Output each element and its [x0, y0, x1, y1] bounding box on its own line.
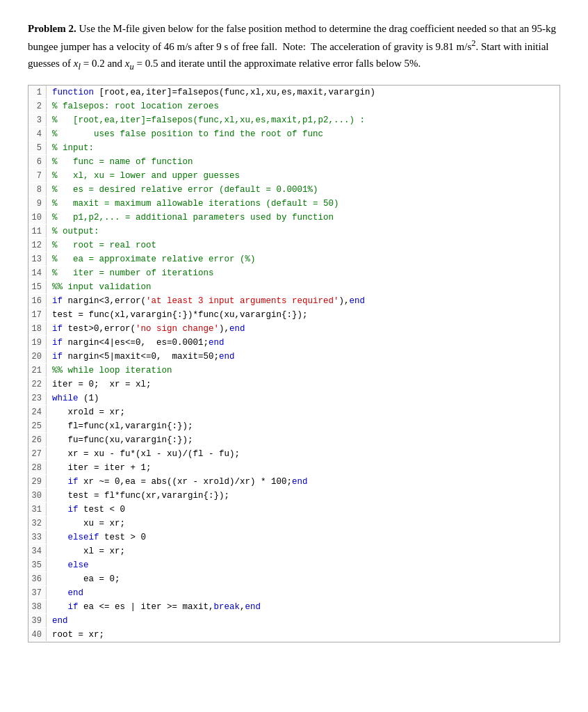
- line-content: %% input validation: [47, 280, 560, 294]
- line-number: 34: [28, 544, 47, 558]
- line-content: fu=func(xu,varargin{:});: [47, 433, 560, 447]
- line-number: 6: [28, 155, 47, 168]
- line-content: end: [47, 614, 560, 628]
- line-number: 10: [28, 211, 47, 224]
- code-line: 19if nargin<4|es<=0, es=0.0001;end: [28, 336, 560, 350]
- line-content: if xr ~= 0,ea = abs((xr - xrold)/xr) * 1…: [47, 475, 560, 489]
- line-content: % ea = approximate relative error (%): [47, 252, 560, 266]
- line-content: % input:: [47, 141, 560, 155]
- code-line: 27 xr = xu - fu*(xl - xu)/(fl - fu);: [28, 447, 560, 461]
- line-content: xu = xr;: [47, 517, 560, 531]
- line-content: else: [47, 558, 560, 572]
- line-content: % func = name of function: [47, 155, 560, 169]
- line-number: 11: [28, 225, 47, 238]
- line-number: 18: [28, 322, 47, 335]
- line-number: 12: [28, 238, 47, 252]
- line-content: % es = desired relative error (default =…: [47, 183, 560, 197]
- line-number: 32: [28, 517, 47, 530]
- code-line: 16if nargin<3,error('at least 3 input ar…: [28, 294, 560, 308]
- code-line: 15%% input validation: [28, 280, 560, 294]
- code-line: 22iter = 0; xr = xl;: [28, 378, 560, 391]
- line-number: 31: [28, 503, 47, 516]
- code-line: 30 test = fl*func(xr,varargin{:});: [28, 489, 560, 503]
- line-number: 19: [28, 336, 47, 349]
- code-line: 40root = xr;: [28, 628, 560, 642]
- code-line: 5% input:: [28, 141, 560, 155]
- code-line: 13% ea = approximate relative error (%): [28, 252, 560, 266]
- code-line: 37 end: [28, 586, 560, 600]
- line-content: % falsepos: root location zeroes: [47, 99, 560, 113]
- code-block: 1function [root,ea,iter]=falsepos(func,x…: [28, 85, 560, 642]
- line-number: 24: [28, 405, 47, 419]
- line-number: 38: [28, 600, 47, 613]
- code-line: 24 xrold = xr;: [28, 405, 560, 419]
- code-line: 38 if ea <= es | iter >= maxit,break,end: [28, 600, 560, 614]
- line-number: 14: [28, 266, 47, 280]
- line-number: 5: [28, 141, 47, 154]
- line-number: 26: [28, 433, 47, 446]
- line-number: 22: [28, 378, 47, 391]
- code-line: 11% output:: [28, 225, 560, 238]
- code-line: 26 fu=func(xu,varargin{:});: [28, 433, 560, 447]
- line-content: ea = 0;: [47, 572, 560, 586]
- line-content: % iter = number of iterations: [47, 266, 560, 280]
- line-number: 1: [28, 86, 47, 99]
- line-number: 35: [28, 558, 47, 572]
- line-content: if nargin<5|maxit<=0, maxit=50;end: [47, 350, 560, 364]
- line-content: xl = xr;: [47, 544, 560, 558]
- line-content: %% while loop iteration: [47, 364, 560, 378]
- line-content: test = func(xl,varargin{:})*func(xu,vara…: [47, 308, 560, 322]
- line-content: function [root,ea,iter]=falsepos(func,xl…: [47, 86, 560, 99]
- line-number: 9: [28, 197, 47, 210]
- line-number: 20: [28, 350, 47, 363]
- code-line: 33 elseif test > 0: [28, 531, 560, 544]
- line-number: 30: [28, 489, 47, 502]
- line-content: if nargin<4|es<=0, es=0.0001;end: [47, 336, 560, 350]
- line-number: 4: [28, 127, 47, 140]
- line-content: end: [47, 586, 560, 600]
- line-number: 40: [28, 628, 47, 641]
- line-number: 13: [28, 252, 47, 266]
- line-content: % p1,p2,... = additional parameters used…: [47, 211, 560, 225]
- code-line: 1function [root,ea,iter]=falsepos(func,x…: [28, 86, 560, 99]
- line-number: 2: [28, 99, 47, 113]
- code-line: 39end: [28, 614, 560, 628]
- line-content: while (1): [47, 391, 560, 405]
- line-number: 33: [28, 531, 47, 544]
- code-line: 3% [root,ea,iter]=falsepos(func,xl,xu,es…: [28, 113, 560, 127]
- line-number: 16: [28, 294, 47, 307]
- line-number: 23: [28, 391, 47, 405]
- line-number: 7: [28, 169, 47, 182]
- line-content: % uses false position to find the root o…: [47, 127, 560, 141]
- code-line: 32 xu = xr;: [28, 517, 560, 531]
- code-line: 8% es = desired relative error (default …: [28, 183, 560, 197]
- code-line: 6% func = name of function: [28, 155, 560, 169]
- code-line: 10% p1,p2,... = additional parameters us…: [28, 211, 560, 225]
- line-content: xr = xu - fu*(xl - xu)/(fl - fu);: [47, 447, 560, 461]
- line-content: test = fl*func(xr,varargin{:});: [47, 489, 560, 503]
- code-line: 28 iter = iter + 1;: [28, 461, 560, 475]
- line-content: % root = real root: [47, 238, 560, 252]
- code-line: 25 fl=func(xl,varargin{:});: [28, 419, 560, 433]
- code-line: 36 ea = 0;: [28, 572, 560, 586]
- code-line: 4% uses false position to find the root …: [28, 127, 560, 141]
- line-content: iter = iter + 1;: [47, 461, 560, 475]
- line-content: if ea <= es | iter >= maxit,break,end: [47, 600, 560, 614]
- code-line: 12% root = real root: [28, 238, 560, 252]
- code-line: 17test = func(xl,varargin{:})*func(xu,va…: [28, 308, 560, 322]
- problem-statement: Problem 2. Use the M-file given below fo…: [28, 21, 560, 74]
- line-content: % [root,ea,iter]=falsepos(func,xl,xu,es,…: [47, 113, 560, 127]
- line-number: 25: [28, 419, 47, 432]
- line-number: 29: [28, 475, 47, 488]
- line-content: % xl, xu = lower and upper guesses: [47, 169, 560, 183]
- line-content: if test < 0: [47, 503, 560, 517]
- line-content: % maxit = maximum allowable iterations (…: [47, 197, 560, 211]
- line-number: 8: [28, 183, 47, 196]
- code-line: 14% iter = number of iterations: [28, 266, 560, 280]
- line-content: iter = 0; xr = xl;: [47, 378, 560, 391]
- line-content: elseif test > 0: [47, 531, 560, 544]
- problem-title: Problem 2.: [28, 23, 76, 34]
- code-line: 23while (1): [28, 391, 560, 405]
- line-number: 21: [28, 364, 47, 377]
- code-line: 29 if xr ~= 0,ea = abs((xr - xrold)/xr) …: [28, 475, 560, 489]
